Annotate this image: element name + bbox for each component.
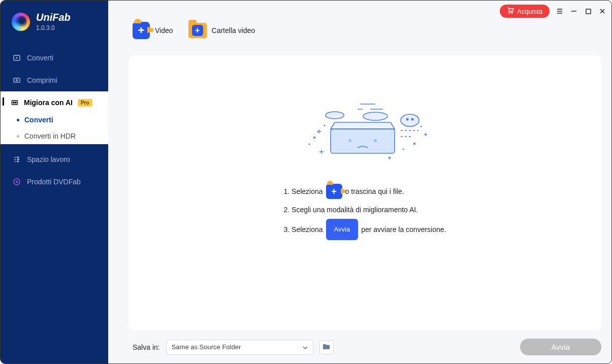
ai-icon bbox=[11, 98, 19, 107]
brand-version: 1.0.3.0 bbox=[36, 24, 71, 31]
svg-point-22 bbox=[406, 118, 408, 121]
sidebar-item-label: Comprimi bbox=[27, 76, 57, 84]
svg-point-16 bbox=[326, 112, 344, 119]
svg-point-10 bbox=[509, 12, 510, 13]
svg-point-19 bbox=[348, 139, 351, 142]
sidebar-item-label: Spazio lavoro bbox=[27, 155, 70, 163]
play-icon bbox=[13, 54, 21, 62]
svg-rect-18 bbox=[331, 129, 395, 153]
sidebar-subitem-convert[interactable]: Converti bbox=[1, 112, 108, 128]
empty-illustration bbox=[299, 101, 431, 162]
sidebar-item-label: Converti bbox=[27, 54, 53, 62]
start-button[interactable]: Avvia bbox=[520, 339, 601, 355]
titlebar: Acquista bbox=[500, 5, 606, 18]
svg-point-4 bbox=[15, 102, 16, 103]
sidebar-subitem-hdr[interactable]: Converti in HDR bbox=[1, 128, 108, 144]
logo-block: UniFab 1.0.3.0 bbox=[1, 1, 108, 47]
sidebar-group-enhance: Migiora con AI Pro Converti Converti in … bbox=[1, 91, 108, 144]
sidebar-item-label: Converti in HDR bbox=[24, 132, 76, 140]
instr-1b: o trascina qui i file. bbox=[345, 182, 404, 201]
main-panel: Acquista + Video bbox=[108, 1, 611, 363]
save-location-select[interactable]: Same as Source Folder bbox=[166, 340, 313, 355]
svg-point-20 bbox=[374, 139, 377, 142]
instr-3b: per avviare la conversione. bbox=[361, 220, 446, 239]
drop-zone[interactable]: 1. Seleziona + o trascina qui i file. 2.… bbox=[128, 55, 601, 330]
sidebar-item-convert[interactable]: Converti bbox=[1, 47, 108, 69]
svg-point-17 bbox=[363, 112, 388, 120]
svg-point-23 bbox=[411, 118, 413, 121]
add-folder-button[interactable]: + Cartella video bbox=[188, 23, 255, 38]
svg-point-28 bbox=[402, 149, 404, 150]
svg-rect-12 bbox=[586, 9, 591, 14]
add-video-button[interactable]: + Video bbox=[133, 22, 173, 39]
chevron-down-icon bbox=[303, 343, 308, 351]
logo-icon bbox=[12, 13, 30, 31]
save-in-label: Salva in: bbox=[133, 343, 160, 351]
save-location-value: Same as Source Folder bbox=[172, 343, 241, 351]
sidebar-item-label: Migiora con AI bbox=[24, 98, 73, 107]
minimize-icon[interactable] bbox=[570, 7, 578, 15]
sidebar-item-label: Prodotti DVDFab bbox=[27, 178, 81, 186]
sidebar-item-workspace[interactable]: Spazio lavoro bbox=[1, 148, 108, 171]
svg-point-3 bbox=[13, 102, 14, 103]
sidebar-item-dvdfab-products[interactable]: Prodotti DVDFab bbox=[1, 171, 108, 193]
sidebar-item-label: Converti bbox=[24, 116, 53, 124]
add-video-icon: + bbox=[133, 22, 150, 39]
add-folder-icon: + bbox=[188, 23, 207, 38]
instructions: 1. Seleziona + o trascina qui i file. 2.… bbox=[284, 182, 446, 240]
buy-button[interactable]: Acquista bbox=[500, 5, 550, 18]
svg-point-26 bbox=[308, 144, 310, 145]
folder-icon bbox=[323, 343, 330, 352]
svg-point-21 bbox=[401, 114, 419, 126]
compress-icon bbox=[13, 76, 21, 84]
brand-name: UniFab bbox=[36, 12, 71, 23]
instr-2: 2. Scegli una modalità di miglioramento … bbox=[284, 201, 418, 219]
footer: Salva in: Same as Source Folder Avvia bbox=[108, 330, 611, 363]
workspace-icon bbox=[13, 155, 21, 163]
cart-icon bbox=[507, 7, 514, 15]
sidebar: UniFab 1.0.3.0 Converti Comprimi bbox=[1, 1, 108, 363]
maximize-icon[interactable] bbox=[584, 7, 592, 15]
close-icon[interactable] bbox=[598, 7, 606, 15]
add-video-label: Video bbox=[155, 26, 173, 35]
instr-start-pill: Avvia bbox=[326, 219, 359, 240]
svg-point-9 bbox=[16, 181, 18, 183]
buy-label: Acquista bbox=[517, 8, 542, 15]
svg-point-11 bbox=[511, 12, 512, 13]
svg-point-27 bbox=[324, 125, 325, 126]
dvdfab-icon bbox=[13, 178, 21, 186]
menu-icon[interactable] bbox=[556, 7, 564, 15]
instr-3a: 3. Seleziona bbox=[284, 220, 323, 239]
dot-icon bbox=[17, 135, 19, 138]
instr-add-button[interactable]: + bbox=[326, 184, 342, 199]
pro-badge: Pro bbox=[78, 99, 92, 107]
instr-1a: 1. Seleziona bbox=[284, 182, 323, 201]
add-folder-label: Cartella video bbox=[212, 26, 255, 35]
sidebar-item-compress[interactable]: Comprimi bbox=[1, 69, 108, 91]
browse-folder-button[interactable] bbox=[319, 340, 334, 354]
sidebar-item-enhance-ai[interactable]: Migiora con AI Pro bbox=[1, 91, 108, 112]
dot-icon bbox=[17, 119, 19, 121]
svg-point-29 bbox=[420, 126, 422, 127]
